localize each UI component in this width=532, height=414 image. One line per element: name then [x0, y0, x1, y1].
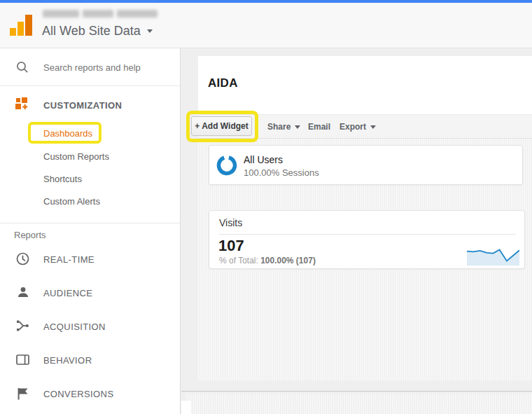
- visits-total-value: 100.00% (107): [260, 256, 316, 265]
- search-input[interactable]: Search reports and help: [43, 62, 141, 73]
- next-widget-edge: [181, 401, 191, 414]
- email-button[interactable]: Email: [308, 122, 330, 132]
- sidebar-item-audience[interactable]: AUDIENCE: [43, 288, 92, 298]
- chevron-down-icon: [147, 29, 153, 33]
- dashboard-header-panel: AIDA: [198, 56, 532, 114]
- google-analytics-logo-icon: [10, 15, 32, 36]
- clock-icon: [16, 252, 29, 268]
- visits-total-prefix: % of Total:: [219, 256, 258, 265]
- email-button-label: Email: [308, 122, 330, 132]
- add-widget-button[interactable]: + Add Widget: [191, 116, 252, 136]
- sidebar-item-acquisition[interactable]: ACQUISITION: [43, 322, 106, 332]
- redacted-text-blob: [117, 10, 158, 18]
- visits-total-line: % of Total: 100.00% (107): [219, 256, 316, 265]
- segment-donut-icon: [216, 155, 237, 176]
- segment-text: All Users 100.00% Sessions: [244, 154, 319, 178]
- window-icon: [16, 354, 29, 368]
- redacted-text-blob: [83, 10, 113, 18]
- sidebar-item-real-time[interactable]: REAL-TIME: [43, 254, 94, 265]
- segment-card-all-users[interactable]: All Users 100.00% Sessions: [209, 145, 523, 185]
- sidebar-item-dashboards[interactable]: Dashboards: [43, 128, 92, 139]
- person-icon: [17, 286, 29, 301]
- app-header: All Web Site Data: [0, 3, 532, 48]
- share-button-label: Share: [267, 122, 290, 132]
- sidebar-section-customization[interactable]: CUSTOMIZATION: [43, 100, 122, 111]
- sidebar-item-custom-alerts[interactable]: Custom Alerts: [43, 196, 100, 207]
- visits-widget-title: Visits: [219, 217, 242, 228]
- export-button-label: Export: [340, 122, 366, 132]
- property-selector[interactable]: All Web Site Data: [42, 24, 153, 39]
- segment-sessions: 100.00% Sessions: [244, 167, 319, 178]
- content-divider: [181, 391, 532, 392]
- search-icon: [15, 60, 29, 77]
- chevron-down-icon: [295, 125, 300, 129]
- visits-widget-divider: [219, 234, 516, 235]
- sidebar: Search reports and help CUSTOMIZATION Da…: [0, 48, 181, 414]
- flag-icon: [17, 387, 29, 403]
- segment-name: All Users: [244, 154, 319, 165]
- visits-value: 107: [218, 237, 244, 255]
- sidebar-item-shortcuts[interactable]: Shortcuts: [43, 174, 82, 184]
- chevron-down-icon: [370, 125, 376, 129]
- customization-icon: [15, 97, 29, 113]
- share-button[interactable]: Share: [267, 122, 300, 132]
- export-button[interactable]: Export: [340, 122, 376, 132]
- visits-widget[interactable]: Visits 107 % of Total: 100.00% (107): [209, 210, 525, 269]
- redacted-text-blob: [43, 10, 79, 18]
- visits-sparkline-chart: [467, 245, 519, 265]
- dashboard-title: AIDA: [208, 76, 238, 90]
- sidebar-item-custom-reports[interactable]: Custom Reports: [43, 151, 109, 162]
- account-name-redacted[interactable]: [43, 10, 158, 18]
- sidebar-item-conversions[interactable]: CONVERSIONS: [43, 389, 113, 399]
- next-dashboard-section-edge: [186, 394, 532, 414]
- sidebar-divider: [0, 223, 181, 223]
- dashboard-canvas: All Users 100.00% Sessions Visits 107 % …: [198, 139, 532, 380]
- sidebar-item-behavior[interactable]: BEHAVIOR: [43, 355, 92, 366]
- google-analytics-window: All Web Site Data Search reports and hel…: [0, 0, 532, 414]
- reports-section-label: Reports: [14, 230, 46, 240]
- property-selector-label: All Web Site Data: [42, 24, 141, 39]
- sidebar-divider: [0, 85, 181, 86]
- branch-icon: [16, 319, 29, 335]
